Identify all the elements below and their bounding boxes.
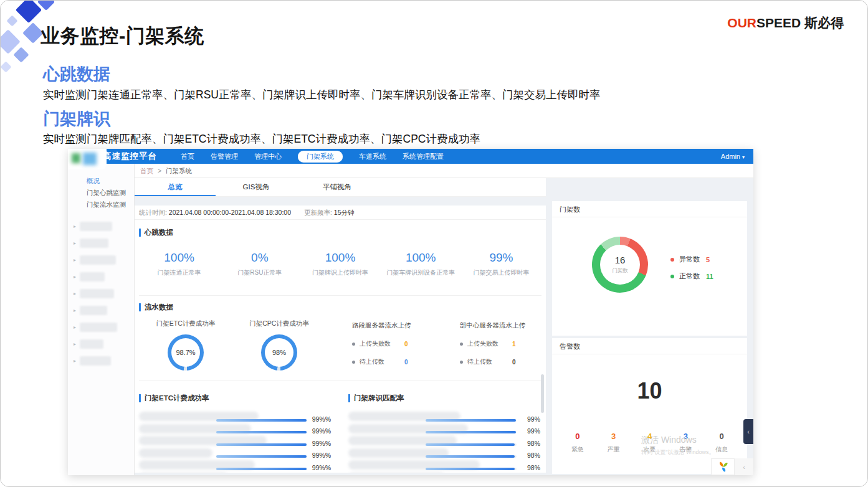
breadcrumb-home[interactable]: 首页 (140, 167, 153, 174)
page-title: 业务监控-门架系统 (41, 23, 204, 49)
user-menu[interactable]: Admin▾ (721, 153, 745, 160)
sidebar-item-redacted[interactable]: ▸ (68, 285, 134, 302)
bar-track (216, 419, 307, 422)
nav-item-门架系统[interactable]: 门架系统 (298, 151, 343, 163)
windows-watermark: 激活 Windows 转到"设置"以激活 Windows。 (641, 435, 714, 456)
gauge-cpc: 门架CPC计费成功率 98% (232, 319, 326, 371)
chevron-right-icon: ▸ (74, 341, 80, 347)
upload-row: 待上传数0 (460, 357, 541, 366)
gauge-etc-value: 98.7% (168, 334, 204, 371)
sidebar-item-redacted[interactable]: ▸ (68, 352, 134, 369)
app-brand: 高速监控平台 (103, 151, 157, 162)
bar-value-label: 99% (527, 427, 540, 435)
corner-widget: ‹ (711, 458, 753, 475)
upload-row: 上传失败数0 (352, 339, 434, 348)
bar-fill (426, 455, 515, 458)
chevron-right-icon: ▸ (74, 274, 80, 280)
alarm-count-card: 告警数 10 0紧急3严重4次要3告警0信息 激活 Windows 转到"设置"… (552, 338, 747, 474)
gauge-cpc-donut: 98% (261, 334, 297, 371)
stat-value: 100% (139, 251, 219, 265)
alarm-card-title: 告警数 (552, 338, 747, 354)
slide: 业务监控-门架系统 OURSPEED 斯必得 心跳数据 实时监测门架连通正常率、… (0, 0, 868, 487)
spacer (135, 197, 546, 206)
bar-row: 99%% (139, 411, 332, 423)
nav-items: 首页告警管理管理中心门架系统车道系统系统管理配置 (181, 151, 444, 163)
upload-row: 上传失败数1 (460, 339, 541, 348)
chevron-right-icon: ▸ (74, 224, 80, 229)
sidebar-item-门架心跳监测[interactable]: 门架心跳监测 (68, 187, 134, 199)
chart-plate-match: 门架牌识匹配率 99%99%98%98%98%98% (348, 387, 541, 473)
redacted-label (80, 222, 112, 231)
breadcrumb-separator: > (158, 167, 161, 174)
panel-collapse-button[interactable]: ‹ (743, 419, 753, 444)
alarm-severity-value: 0 (560, 432, 596, 441)
tab-GIS视角[interactable]: GIS视角 (216, 178, 297, 196)
bar-fill (216, 468, 307, 470)
chevron-right-icon: ▸ (74, 308, 80, 313)
upload-block: 路段服务器流水上传上传失败数0待上传数0 (326, 319, 434, 371)
bar-track (216, 443, 307, 446)
legend-dot-icon (670, 275, 674, 278)
bullet-icon (460, 343, 463, 346)
stat-label: 门架车牌识别设备正常率 (381, 268, 461, 277)
chevron-right-icon: ▸ (74, 291, 80, 296)
gauge-etc-donut: 98.7% (168, 334, 204, 371)
nav-item-首页[interactable]: 首页 (181, 152, 194, 161)
chart-plate-title: 门架牌识匹配率 (348, 394, 541, 403)
stat-label: 门架牌识上传即时率 (300, 268, 380, 277)
sidebar-item-redacted[interactable]: ▸ (68, 336, 134, 352)
dashboard-screenshot: 高速监控平台 首页告警管理管理中心门架系统车道系统系统管理配置 Admin▾ 首… (68, 149, 753, 475)
upload-row-label: 上传失败数 (360, 339, 404, 348)
bar-track (216, 468, 307, 470)
stat-value: 99% (461, 251, 541, 265)
bar-row: 98% (348, 472, 541, 473)
bar-row: 98% (348, 448, 541, 460)
stat-value: 100% (300, 251, 380, 265)
sidebar-item-概况[interactable]: 概况 (68, 175, 134, 187)
breadcrumb-current: 门架系统 (166, 167, 192, 174)
assistant-logo-button[interactable] (711, 458, 735, 475)
flow-row: 门架ETC计费成功率 98.7% 门架CPC计费成功率 98% 路段服务器流水上… (139, 319, 541, 371)
redacted-label (80, 272, 105, 281)
heartbeat-stat: 100%门架车牌识别设备正常率 (381, 251, 461, 277)
gantry-donut-center: 16 门架数 (592, 237, 648, 293)
bar-fill (216, 455, 307, 458)
nav-item-系统管理配置[interactable]: 系统管理配置 (403, 152, 444, 161)
refresh-freq-label: 更新频率: (304, 209, 332, 216)
scrollbar[interactable] (541, 374, 544, 413)
heartbeat-stat: 99%门架交易上传即时率 (461, 251, 541, 277)
sidebar-item-门架流水监测[interactable]: 门架流水监测 (68, 199, 134, 210)
divider (139, 295, 541, 296)
tab-平铺视角[interactable]: 平铺视角 (297, 178, 378, 196)
stats-time-bar: 统计时间: 2021.04.08 00:00:00-2021.04.08 18:… (135, 206, 546, 220)
sidebar-item-redacted[interactable]: ▸ (68, 235, 134, 252)
bar-value-label: 98% (527, 440, 540, 447)
sidebar-item-redacted[interactable]: ▸ (68, 218, 134, 235)
legend-value: 11 (706, 273, 713, 280)
chevron-down-icon: ▾ (742, 154, 745, 160)
upload-row-label: 待上传数 (467, 357, 512, 366)
heartbeat-section-title: 心跳数据 (139, 228, 541, 237)
alarm-severity-严重: 3严重 (596, 432, 632, 454)
nav-item-车道系统[interactable]: 车道系统 (359, 152, 386, 161)
stat-label: 门架RSU正常率 (219, 268, 300, 277)
redacted-label (80, 323, 117, 332)
gantry-legend: 异常数5正常数11 (670, 255, 713, 288)
redacted-logo (68, 149, 107, 169)
sidebar-item-redacted[interactable]: ▸ (68, 252, 134, 268)
sidebar-item-redacted[interactable]: ▸ (68, 302, 134, 319)
nav-item-管理中心[interactable]: 管理中心 (254, 152, 282, 161)
nav-item-告警管理[interactable]: 告警管理 (211, 152, 238, 161)
main-panel: 总览GIS视角平铺视角 统计时间: 2021.04.08 00:00:00-20… (135, 178, 546, 473)
sidebar-item-redacted[interactable]: ▸ (68, 268, 134, 285)
alarm-severity-紧急: 0紧急 (560, 432, 596, 454)
tab-总览[interactable]: 总览 (135, 178, 216, 196)
widget-collapse-button[interactable]: ‹ (735, 458, 753, 475)
stat-value: 100% (381, 251, 461, 265)
alarm-total: 10 (552, 378, 747, 404)
decor-diamond (13, 47, 29, 62)
section-heading-heartbeat: 心跳数据 (43, 63, 110, 85)
sidebar-item-redacted[interactable]: ▸ (68, 319, 134, 336)
company-logo: OURSPEED 斯必得 (727, 14, 844, 32)
heartbeat-stats: 100%门架连通正常率0%门架RSU正常率100%门架牌识上传即时率100%门架… (139, 251, 541, 277)
